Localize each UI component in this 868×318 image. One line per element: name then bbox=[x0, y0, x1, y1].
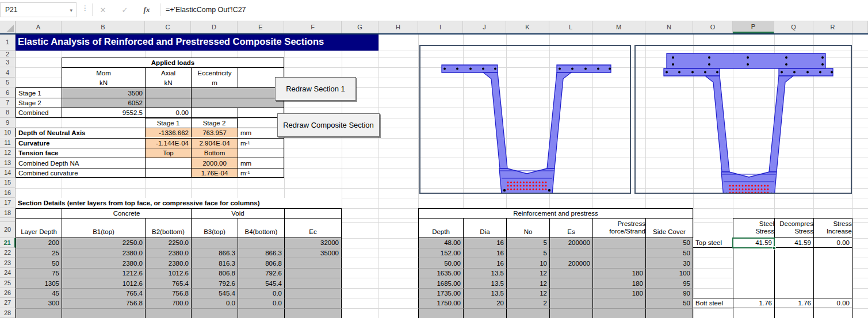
cell-M21[interactable] bbox=[592, 238, 645, 248]
cell-A8[interactable]: Combined bbox=[16, 108, 62, 117]
cell-F25[interactable] bbox=[284, 278, 342, 288]
row-header-9[interactable]: 9 bbox=[0, 118, 16, 128]
column-header-I[interactable]: I bbox=[418, 21, 463, 33]
cell-A21[interactable]: 200 bbox=[16, 238, 62, 248]
cell-D7[interactable] bbox=[191, 98, 284, 108]
cell-A26[interactable]: 45 bbox=[16, 288, 62, 298]
cell-I26[interactable]: 1735.00 bbox=[418, 288, 463, 298]
column-header-L[interactable]: L bbox=[549, 21, 592, 33]
cell-I21[interactable]: 48.00 bbox=[418, 238, 463, 248]
cell-D4[interactable]: Eccentricity bbox=[191, 67, 238, 78]
column-header-D[interactable]: D bbox=[191, 21, 238, 33]
cell-D19[interactable]: B3(top) bbox=[191, 218, 238, 238]
cell-B18[interactable]: Concrete bbox=[62, 208, 191, 218]
cell-B8[interactable]: 9552.5 bbox=[62, 108, 145, 117]
cell-P22[interactable] bbox=[733, 248, 774, 298]
column-header-O[interactable]: O bbox=[693, 21, 733, 33]
cell-P28[interactable] bbox=[733, 308, 774, 318]
insert-function-icon[interactable]: fx bbox=[139, 2, 155, 17]
cancel-icon[interactable]: ✕ bbox=[95, 2, 111, 17]
row-header-1[interactable]: 1 bbox=[0, 33, 16, 51]
cell-E26[interactable]: 0.0 bbox=[238, 288, 284, 298]
column-header-N[interactable]: N bbox=[645, 21, 693, 33]
cell-J26[interactable]: 13.5 bbox=[463, 288, 506, 298]
cell-N19[interactable]: Side Cover bbox=[645, 218, 693, 238]
cell-C4[interactable]: Axial bbox=[145, 67, 191, 78]
cell-B7[interactable]: 6052 bbox=[62, 98, 145, 108]
cell-D5[interactable]: m bbox=[191, 78, 238, 87]
row-header-25[interactable]: 25 bbox=[0, 278, 16, 288]
cell-Q28[interactable] bbox=[774, 308, 813, 318]
cell-E4[interactable] bbox=[238, 67, 284, 78]
cell-E28[interactable] bbox=[238, 308, 284, 318]
cell-L25[interactable] bbox=[549, 278, 592, 288]
cell-A10[interactable]: Depth of Neutral Axis bbox=[16, 128, 145, 137]
cell-C11[interactable]: -1.144E-04 bbox=[145, 138, 191, 148]
cell-D12[interactable]: Bottom bbox=[191, 148, 238, 158]
cell-R28[interactable] bbox=[813, 308, 852, 318]
cell-A24[interactable]: 75 bbox=[16, 268, 62, 278]
cell-I24[interactable]: 1635.00 bbox=[418, 268, 463, 278]
cell-J22[interactable]: 16 bbox=[463, 248, 506, 258]
cell-B24[interactable]: 1212.6 bbox=[62, 268, 145, 278]
row-header-8[interactable]: 8 bbox=[0, 108, 16, 117]
row-header-27[interactable]: 27 bbox=[0, 298, 16, 308]
top-steel-label[interactable]: Top steel bbox=[693, 238, 733, 248]
cell-M26[interactable]: 180 bbox=[592, 288, 645, 298]
row-header-26[interactable]: 26 bbox=[0, 288, 16, 298]
cell-D6[interactable] bbox=[191, 87, 284, 98]
cell-R21[interactable]: 0.00 bbox=[813, 238, 852, 248]
cell-C27[interactable]: 700.0 bbox=[145, 298, 191, 308]
row-header-18[interactable]: 18 bbox=[0, 208, 16, 218]
cell-L27[interactable] bbox=[549, 298, 592, 308]
cell-I18[interactable]: Reinforcement and prestress bbox=[418, 208, 693, 218]
cell-F26[interactable] bbox=[284, 288, 342, 298]
cell-N25[interactable]: 95 bbox=[645, 278, 693, 288]
section-details-title[interactable]: Section Details (enter layers from top f… bbox=[16, 198, 342, 208]
row-header-6[interactable]: 6 bbox=[0, 87, 16, 98]
row-header-14[interactable]: 14 bbox=[0, 168, 16, 178]
row-header-11[interactable]: 11 bbox=[0, 138, 16, 148]
cell-K24[interactable]: 12 bbox=[506, 268, 549, 278]
row-header-4[interactable]: 4 bbox=[0, 67, 16, 78]
column-header-M[interactable]: M bbox=[592, 21, 645, 33]
cell-N21[interactable]: 50 bbox=[645, 238, 693, 248]
cell-J27[interactable]: 20 bbox=[463, 298, 506, 308]
redraw-composite-section-button[interactable]: Redraw Composite Section bbox=[277, 113, 380, 137]
fill-handle[interactable] bbox=[773, 246, 776, 250]
cell-M22[interactable] bbox=[592, 248, 645, 258]
cell-J19[interactable]: Dia bbox=[463, 218, 506, 238]
cell-B6[interactable]: 3500 bbox=[62, 87, 145, 98]
cell-A7[interactable]: Stage 2 bbox=[16, 98, 62, 108]
cell-K19[interactable]: No bbox=[506, 218, 549, 238]
cell-B4[interactable]: Mom bbox=[62, 67, 145, 78]
cell-D18[interactable]: Void bbox=[191, 208, 284, 218]
cell-B21[interactable]: 2250.0 bbox=[62, 238, 145, 248]
column-header-F[interactable]: F bbox=[284, 21, 342, 33]
cell-N27[interactable]: 50 bbox=[645, 298, 693, 308]
row-header-28[interactable]: 28 bbox=[0, 308, 16, 318]
cell-I28[interactable] bbox=[418, 308, 463, 318]
cell-M27[interactable] bbox=[592, 298, 645, 308]
page-title[interactable]: Elastic Analysis of Reinforced and Prest… bbox=[16, 33, 378, 51]
cell-D14[interactable]: 1.76E-04 bbox=[191, 168, 238, 178]
cell-C21[interactable]: 2250.0 bbox=[145, 238, 191, 248]
column-header-A[interactable]: A bbox=[16, 21, 62, 33]
row-header-15[interactable]: 15 bbox=[0, 178, 16, 187]
cell-Q21[interactable]: 41.59 bbox=[774, 238, 813, 248]
cell-D28[interactable] bbox=[191, 308, 238, 318]
row-header-2[interactable]: 2 bbox=[0, 51, 16, 58]
row-header-10[interactable]: 10 bbox=[0, 128, 16, 137]
spreadsheet-grid[interactable]: 1234567891011121314151617182021222324252… bbox=[0, 33, 868, 318]
cell-E22[interactable]: 866.3 bbox=[238, 248, 284, 258]
cell-L24[interactable] bbox=[549, 268, 592, 278]
cell-K21[interactable]: 5 bbox=[506, 238, 549, 248]
cell-A11[interactable]: Curvature bbox=[16, 138, 145, 148]
row-header-17[interactable]: 17 bbox=[0, 198, 16, 208]
cell-E24[interactable]: 792.6 bbox=[238, 268, 284, 278]
cell-L28[interactable] bbox=[549, 308, 592, 318]
cell-F19[interactable]: Ec bbox=[284, 218, 342, 238]
cell-F24[interactable] bbox=[284, 268, 342, 278]
row-header-3[interactable]: 3 bbox=[0, 58, 16, 67]
cell-B3[interactable]: Applied loads bbox=[62, 58, 284, 67]
